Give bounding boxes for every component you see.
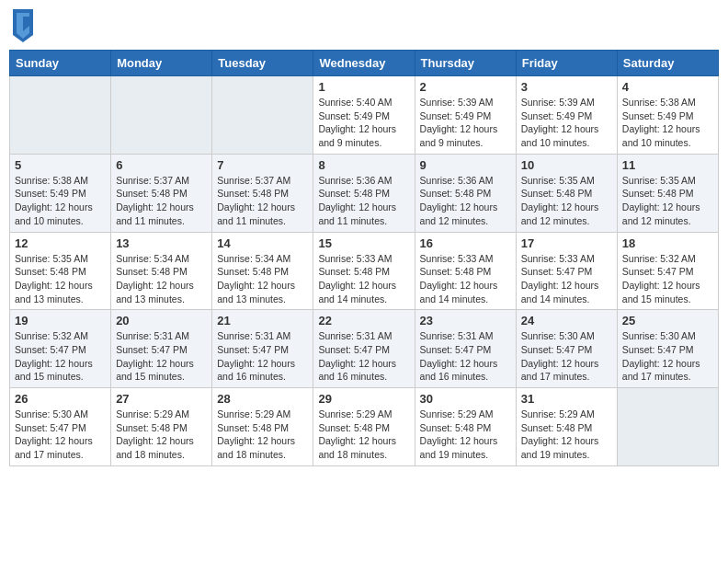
sunset-label: Sunset: 5:48 PM [217, 266, 289, 277]
sunset-label: Sunset: 5:49 PM [521, 110, 593, 121]
calendar-cell: 28Sunrise: 5:29 AMSunset: 5:48 PMDayligh… [212, 388, 313, 466]
daylight-label: Daylight: 12 hours and 18 minutes. [217, 435, 295, 460]
calendar-cell: 18Sunrise: 5:32 AMSunset: 5:47 PMDayligh… [617, 232, 718, 310]
sunset-label: Sunset: 5:48 PM [318, 188, 390, 199]
calendar-cell: 17Sunrise: 5:33 AMSunset: 5:47 PMDayligh… [516, 232, 617, 310]
cell-content: Sunrise: 5:30 AMSunset: 5:47 PMDaylight:… [622, 329, 713, 384]
day-number: 27 [116, 392, 207, 406]
sunrise-label: Sunrise: 5:36 AM [420, 175, 494, 186]
week-row-2: 5Sunrise: 5:38 AMSunset: 5:49 PMDaylight… [10, 154, 719, 232]
calendar-cell: 19Sunrise: 5:32 AMSunset: 5:47 PMDayligh… [10, 310, 111, 388]
calendar-cell: 25Sunrise: 5:30 AMSunset: 5:47 PMDayligh… [617, 310, 718, 388]
day-number: 13 [116, 236, 207, 250]
cell-content: Sunrise: 5:39 AMSunset: 5:49 PMDaylight:… [521, 96, 612, 150]
sunrise-label: Sunrise: 5:35 AM [622, 175, 696, 186]
col-header-saturday: Saturday [617, 51, 718, 76]
calendar-cell: 9Sunrise: 5:36 AMSunset: 5:48 PMDaylight… [415, 154, 516, 232]
day-number: 23 [420, 314, 511, 327]
calendar-cell: 20Sunrise: 5:31 AMSunset: 5:47 PMDayligh… [111, 310, 212, 388]
daylight-label: Daylight: 12 hours and 14 minutes. [420, 280, 498, 304]
daylight-label: Daylight: 12 hours and 17 minutes. [521, 358, 599, 383]
sunrise-label: Sunrise: 5:37 AM [217, 175, 290, 186]
day-number: 14 [217, 236, 308, 250]
day-number: 22 [318, 314, 409, 327]
day-number: 19 [15, 314, 106, 327]
day-number: 10 [521, 158, 612, 172]
calendar-cell: 6Sunrise: 5:37 AMSunset: 5:48 PMDaylight… [111, 154, 212, 232]
daylight-label: Daylight: 12 hours and 16 minutes. [217, 358, 295, 383]
sunset-label: Sunset: 5:48 PM [217, 188, 289, 199]
daylight-label: Daylight: 12 hours and 10 minutes. [15, 201, 93, 226]
cell-content: Sunrise: 5:33 AMSunset: 5:48 PMDaylight:… [420, 252, 511, 306]
day-number: 15 [318, 236, 409, 250]
calendar-cell: 21Sunrise: 5:31 AMSunset: 5:47 PMDayligh… [212, 310, 313, 388]
calendar-cell: 30Sunrise: 5:29 AMSunset: 5:48 PMDayligh… [415, 388, 516, 466]
calendar-cell: 3Sunrise: 5:39 AMSunset: 5:49 PMDaylight… [516, 76, 617, 155]
calendar-cell: 12Sunrise: 5:35 AMSunset: 5:48 PMDayligh… [10, 232, 111, 310]
sunrise-label: Sunrise: 5:29 AM [116, 408, 189, 419]
cell-content: Sunrise: 5:30 AMSunset: 5:47 PMDaylight:… [521, 329, 612, 384]
calendar-cell: 22Sunrise: 5:31 AMSunset: 5:47 PMDayligh… [313, 310, 415, 388]
cell-content: Sunrise: 5:35 AMSunset: 5:48 PMDaylight:… [521, 174, 612, 228]
sunrise-label: Sunrise: 5:29 AM [420, 408, 494, 419]
day-number: 1 [318, 80, 409, 94]
sunrise-label: Sunrise: 5:31 AM [116, 330, 189, 341]
sunrise-label: Sunrise: 5:35 AM [15, 253, 88, 264]
calendar-cell: 29Sunrise: 5:29 AMSunset: 5:48 PMDayligh… [313, 388, 415, 466]
day-number: 31 [521, 392, 612, 406]
calendar-table: SundayMondayTuesdayWednesdayThursdayFrid… [9, 50, 719, 466]
daylight-label: Daylight: 12 hours and 10 minutes. [622, 123, 700, 148]
header-row: SundayMondayTuesdayWednesdayThursdayFrid… [10, 51, 719, 76]
cell-content: Sunrise: 5:40 AMSunset: 5:49 PMDaylight:… [318, 96, 409, 150]
day-number: 9 [420, 158, 511, 172]
daylight-label: Daylight: 12 hours and 12 minutes. [420, 201, 498, 226]
calendar-cell: 23Sunrise: 5:31 AMSunset: 5:47 PMDayligh… [415, 310, 516, 388]
daylight-label: Daylight: 12 hours and 17 minutes. [15, 435, 93, 460]
day-number: 29 [318, 392, 409, 406]
sunset-label: Sunset: 5:47 PM [622, 266, 694, 277]
cell-content: Sunrise: 5:38 AMSunset: 5:49 PMDaylight:… [622, 96, 713, 150]
sunset-label: Sunset: 5:48 PM [116, 188, 188, 199]
sunrise-label: Sunrise: 5:30 AM [622, 330, 696, 341]
daylight-label: Daylight: 12 hours and 17 minutes. [622, 358, 700, 383]
week-row-5: 26Sunrise: 5:30 AMSunset: 5:47 PMDayligh… [10, 388, 719, 466]
sunrise-label: Sunrise: 5:32 AM [15, 330, 88, 341]
calendar-cell: 4Sunrise: 5:38 AMSunset: 5:49 PMDaylight… [617, 76, 718, 155]
sunrise-label: Sunrise: 5:33 AM [420, 253, 494, 264]
sunset-label: Sunset: 5:48 PM [420, 266, 492, 277]
calendar-cell: 27Sunrise: 5:29 AMSunset: 5:48 PMDayligh… [111, 388, 212, 466]
calendar-cell: 31Sunrise: 5:29 AMSunset: 5:48 PMDayligh… [516, 388, 617, 466]
sunrise-label: Sunrise: 5:33 AM [521, 253, 595, 264]
sunset-label: Sunset: 5:47 PM [217, 344, 289, 355]
daylight-label: Daylight: 12 hours and 9 minutes. [420, 123, 498, 148]
sunset-label: Sunset: 5:47 PM [15, 422, 86, 433]
sunrise-label: Sunrise: 5:33 AM [318, 253, 392, 264]
sunset-label: Sunset: 5:47 PM [420, 344, 492, 355]
day-number: 30 [420, 392, 511, 406]
calendar-cell: 14Sunrise: 5:34 AMSunset: 5:48 PMDayligh… [212, 232, 313, 310]
sunrise-label: Sunrise: 5:35 AM [521, 175, 595, 186]
day-number: 6 [116, 158, 207, 172]
sunset-label: Sunset: 5:47 PM [15, 344, 86, 355]
cell-content: Sunrise: 5:33 AMSunset: 5:48 PMDaylight:… [318, 252, 409, 306]
sunset-label: Sunset: 5:48 PM [15, 266, 86, 277]
daylight-label: Daylight: 12 hours and 13 minutes. [217, 280, 295, 304]
calendar-cell: 16Sunrise: 5:33 AMSunset: 5:48 PMDayligh… [415, 232, 516, 310]
daylight-label: Daylight: 12 hours and 11 minutes. [318, 201, 396, 226]
cell-content: Sunrise: 5:32 AMSunset: 5:47 PMDaylight:… [15, 329, 106, 384]
sunset-label: Sunset: 5:48 PM [318, 266, 390, 277]
daylight-label: Daylight: 12 hours and 19 minutes. [420, 435, 498, 460]
cell-content: Sunrise: 5:34 AMSunset: 5:48 PMDaylight:… [116, 252, 207, 306]
sunrise-label: Sunrise: 5:32 AM [622, 253, 696, 264]
sunset-label: Sunset: 5:47 PM [318, 344, 390, 355]
daylight-label: Daylight: 12 hours and 15 minutes. [15, 358, 93, 383]
daylight-label: Daylight: 12 hours and 14 minutes. [318, 280, 396, 304]
daylight-label: Daylight: 12 hours and 15 minutes. [116, 358, 194, 383]
calendar-cell: 15Sunrise: 5:33 AMSunset: 5:48 PMDayligh… [313, 232, 415, 310]
sunset-label: Sunset: 5:48 PM [116, 422, 188, 433]
sunset-label: Sunset: 5:49 PM [622, 110, 694, 121]
cell-content: Sunrise: 5:31 AMSunset: 5:47 PMDaylight:… [217, 329, 308, 384]
sunrise-label: Sunrise: 5:39 AM [420, 97, 494, 108]
sunrise-label: Sunrise: 5:39 AM [521, 97, 595, 108]
cell-content: Sunrise: 5:35 AMSunset: 5:48 PMDaylight:… [622, 174, 713, 228]
